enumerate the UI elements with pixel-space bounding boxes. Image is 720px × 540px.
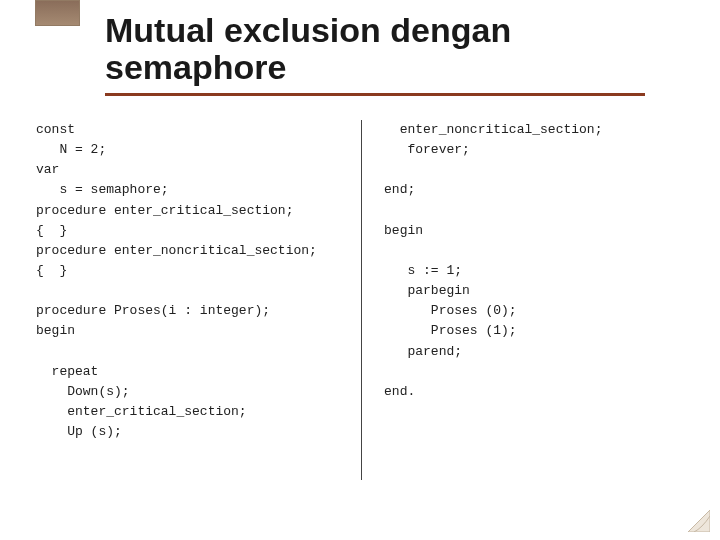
- content-area: const N = 2; var s = semaphore; procedur…: [36, 120, 684, 520]
- title-underline: [105, 93, 645, 96]
- code-right-column: enter_noncritical_section; forever; end;…: [384, 120, 684, 520]
- accent-bar: [35, 0, 80, 26]
- code-left-column: const N = 2; var s = semaphore; procedur…: [36, 120, 347, 520]
- slide-title: Mutual exclusion dengan semaphore: [105, 12, 690, 87]
- title-block: Mutual exclusion dengan semaphore: [105, 12, 690, 96]
- page-curl-icon: [688, 510, 710, 532]
- column-divider: [361, 120, 362, 480]
